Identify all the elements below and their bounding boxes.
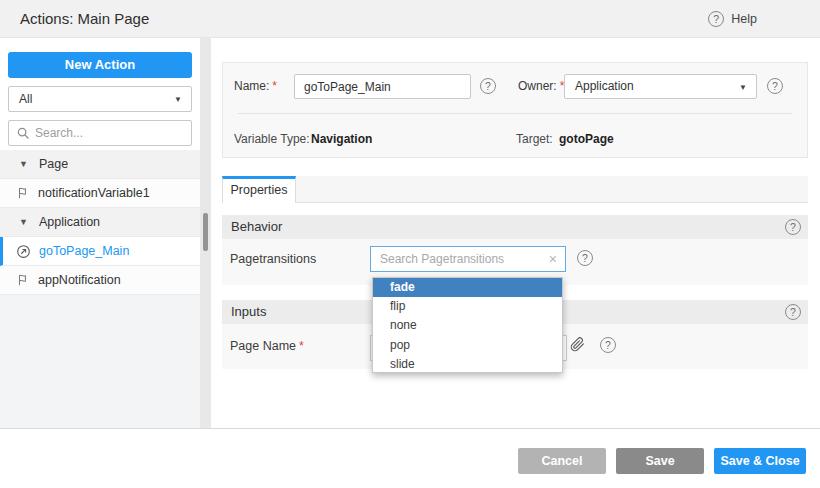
caret-down-icon: ▼ (19, 217, 28, 227)
pagetransitions-combobox: × (370, 246, 566, 272)
tree-item-label: notificationVariable1 (38, 186, 150, 200)
name-input[interactable] (294, 74, 471, 99)
actions-dialog: Actions: Main Page ? Help New Action All… (0, 0, 820, 488)
main-content: Name:* ? Owner:* Application ▼ ? Variabl… (211, 38, 820, 428)
new-action-button[interactable]: New Action (8, 52, 192, 78)
chevron-down-icon: ▼ (174, 95, 182, 104)
target-value: gotoPage (559, 127, 614, 151)
tree-item-appnotification[interactable]: appNotification (0, 266, 200, 295)
vertical-scrollbar-thumb[interactable] (203, 213, 208, 251)
name-help-icon[interactable]: ? (480, 78, 496, 94)
behavior-help-icon[interactable]: ? (785, 219, 801, 235)
pagetransitions-search-input[interactable] (371, 252, 541, 266)
tree-group-label: Application (39, 215, 100, 229)
tab-properties[interactable]: Properties (222, 176, 296, 203)
tree-item-notificationvariable1[interactable]: notificationVariable1 (0, 179, 200, 208)
inputs-section-title: Inputs (231, 300, 266, 324)
tree-item-gotopage-main[interactable]: goToPage_Main (0, 237, 200, 266)
owner-select-value: Application (575, 75, 634, 98)
footer-divider (0, 428, 820, 429)
tab-strip: Properties (222, 176, 808, 203)
search-input[interactable] (9, 121, 191, 145)
link-icon[interactable] (570, 337, 585, 352)
clear-icon[interactable]: × (541, 247, 565, 271)
help-label: Help (731, 12, 757, 26)
dropdown-option-pop[interactable]: pop (373, 336, 562, 355)
navigation-icon (16, 244, 31, 259)
behavior-section-title: Behavior (231, 215, 282, 239)
tree-group-page[interactable]: ▼ Page (0, 150, 200, 179)
cancel-button[interactable]: Cancel (518, 448, 606, 474)
panel-divider (238, 113, 792, 114)
header-bar: Actions: Main Page ? Help (0, 0, 820, 38)
caret-down-icon: ▼ (19, 159, 28, 169)
notification-flag-icon (16, 273, 30, 287)
required-asterisk: * (272, 79, 277, 93)
vertical-scrollbar-track[interactable] (200, 38, 211, 428)
pagetransitions-label: Pagetransitions (230, 246, 316, 272)
owner-help-icon[interactable]: ? (767, 78, 783, 94)
notification-flag-icon (16, 186, 30, 200)
page-name-help-icon[interactable]: ? (600, 337, 616, 353)
action-summary-panel: Name:* ? Owner:* Application ▼ ? Variabl… (222, 62, 808, 158)
sidebar: New Action All ▼ ▼ Page notificationVari… (0, 38, 200, 428)
chevron-down-icon: ▼ (739, 83, 747, 92)
variable-type-label: Variable Type: (234, 127, 310, 151)
sidebar-filler (0, 295, 200, 428)
dropdown-option-flip[interactable]: flip (373, 297, 562, 316)
tree-group-application[interactable]: ▼ Application (0, 208, 200, 237)
dropdown-option-none[interactable]: none (373, 316, 562, 335)
inputs-help-icon[interactable]: ? (785, 304, 801, 320)
sidebar-search (8, 120, 192, 146)
help-icon: ? (708, 11, 724, 27)
owner-label: Owner:* (518, 74, 564, 98)
tree-group-label: Page (39, 157, 68, 171)
help-button[interactable]: ? Help (708, 0, 757, 38)
filter-select[interactable]: All ▼ (8, 86, 192, 112)
tree-item-label: goToPage_Main (39, 244, 129, 258)
save-and-close-button[interactable]: Save & Close (714, 448, 806, 474)
page-title: Actions: Main Page (20, 0, 149, 38)
behavior-section-header: Behavior ? (222, 215, 808, 239)
pagetransitions-dropdown: fade flip none pop slide (372, 277, 563, 373)
tree-item-label: appNotification (38, 273, 121, 287)
dropdown-option-slide[interactable]: slide (373, 355, 562, 374)
name-label: Name:* (234, 74, 277, 98)
variable-type-value: Navigation (311, 127, 372, 151)
save-button[interactable]: Save (616, 448, 704, 474)
required-asterisk: * (299, 339, 304, 353)
target-label: Target: (516, 127, 553, 151)
owner-select[interactable]: Application ▼ (564, 74, 757, 99)
action-tree: ▼ Page notificationVariable1 ▼ Applicati… (0, 150, 200, 295)
page-name-label: Page Name* (230, 333, 304, 359)
dropdown-option-fade[interactable]: fade (373, 278, 562, 297)
pagetransitions-help-icon[interactable]: ? (577, 250, 593, 266)
filter-select-value: All (19, 87, 32, 111)
